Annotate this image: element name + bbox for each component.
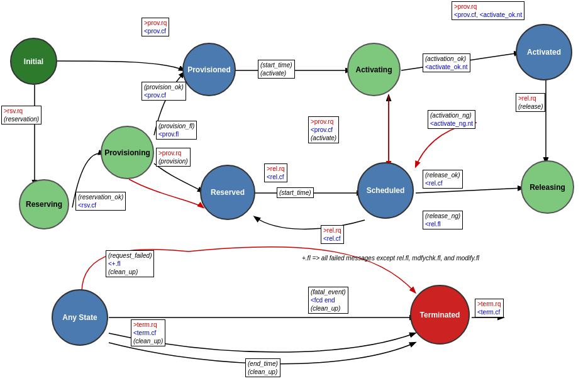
label-prov-rq-sched: >prov.rq <prov.cf (activate) <box>308 116 339 143</box>
svg-line-5 <box>416 188 523 193</box>
label-reservation-ok: (reservation_ok) <rsv.cf <box>75 192 126 211</box>
label-request-failed: (request_failed) <+.fl (clean_up) <box>106 250 154 277</box>
state-reserved: Reserved <box>200 165 255 220</box>
state-scheduled: Scheduled <box>357 162 414 219</box>
state-provisioning: Provisioning <box>101 126 154 179</box>
label-rel-rq-reserved: >rel.rq <rel.cf <box>264 163 287 182</box>
label-start-time: (start_time) <box>277 187 314 198</box>
label-end-time: (end_time) (clean_up) <box>245 358 280 377</box>
state-anystate: Any State <box>52 289 108 346</box>
note-fl-text: +.fl => all failed messages except rel.f… <box>302 255 479 262</box>
label-start-time-activate: (start_time) (activate) <box>258 60 295 79</box>
label-term-rq-anystate: >term.rq <term.cf (clean_up) <box>131 319 165 346</box>
state-releasing: Releasing <box>521 160 574 214</box>
state-provisioned: Provisioned <box>182 43 236 96</box>
label-prov-rq-top: >prov.rq <prov.cf <box>141 18 169 36</box>
state-reserving: Reserving <box>19 179 69 229</box>
state-activated: Activated <box>516 24 572 80</box>
label-fatal-event: (fatal_event) <fcd end (clean_up) <box>308 287 348 314</box>
label-release-ok: (release_ok) <rel.cf <box>423 170 463 189</box>
label-rel-rq-activated: >rel.rq (release) <box>516 93 545 112</box>
label-prov-provision: >prov.rq (provision) <box>156 148 191 167</box>
label-rsv-rq: >rsv.rq (reservation) <box>1 106 42 124</box>
label-activation-ng: (activation_ng) <activate_ng.nt <box>428 110 475 129</box>
state-activating: Activating <box>347 43 401 96</box>
label-release-ng: (release_ng) <rel.fl <box>423 211 463 229</box>
label-term-rq-terminated: >term.rq <term.cf <box>475 299 504 318</box>
label-activation-ok: (activation_ok) <activate_ok.nt <box>423 53 470 72</box>
state-terminated: Terminated <box>410 285 470 345</box>
state-initial: Initial <box>10 38 57 85</box>
label-provision-fl: (provision_fl) <prov.fl <box>156 121 197 140</box>
label-provision-ok: (provision_ok) <prov.cf <box>141 82 186 101</box>
state-diagram: Initial Provisioning Reserving Provision… <box>0 0 588 381</box>
label-prov-rq-top-right: >prov.rq <prov.cf, <activate_ok.nt <box>452 1 524 20</box>
label-rel-rq-sched-bottom: >rel.rq <rel.cf <box>321 225 344 244</box>
